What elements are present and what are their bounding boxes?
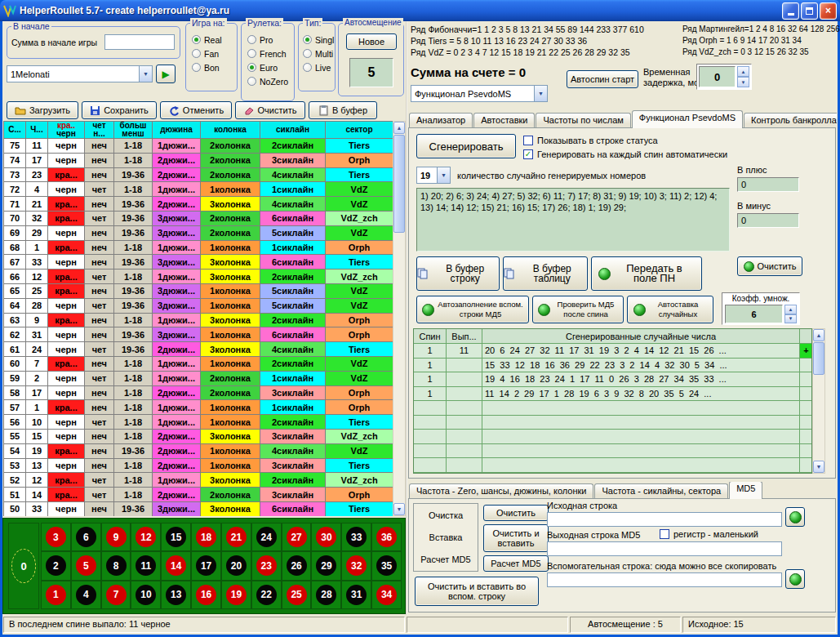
radio-euro[interactable]: Euro bbox=[247, 60, 292, 74]
gen-row[interactable]: 115 33 12 18 16 36 29 22 23 3 2 14 4 32 … bbox=[414, 359, 811, 373]
board-cell-14[interactable]: 14 bbox=[161, 551, 191, 580]
tab-bankroll[interactable]: Контроль банкролла bbox=[744, 113, 837, 128]
history-row[interactable]: 5515черннеч1-182дюжи...3колонка3сиклайнV… bbox=[4, 430, 393, 444]
board-cell-2[interactable]: 2 bbox=[41, 551, 71, 580]
gen-row[interactable]: 119 4 16 18 23 24 1 17 11 0 26 3 28 27 3… bbox=[414, 372, 811, 387]
checkbox-show-in-status[interactable]: Показывать в строке статуса bbox=[523, 136, 658, 145]
board-cell-25[interactable]: 25 bbox=[282, 581, 312, 609]
board-cell-29[interactable]: 29 bbox=[311, 551, 341, 580]
board-cell-10[interactable]: 10 bbox=[131, 581, 161, 609]
checkbox-icon[interactable] bbox=[523, 136, 533, 145]
history-row[interactable]: 681кра...неч1-181дюжи...1колонка1сиклайн… bbox=[4, 241, 393, 256]
tab-freq-sixline[interactable]: Частота - сиклайны, сектора bbox=[594, 483, 728, 499]
scrollbar-thumb[interactable] bbox=[813, 342, 824, 375]
clear-generated-button[interactable]: Очистить bbox=[737, 256, 802, 276]
buffer-row-button[interactable]: В буфер строку bbox=[416, 256, 500, 291]
board-cell-12[interactable]: 12 bbox=[131, 523, 161, 551]
new-autoshift-button[interactable]: Новое bbox=[346, 33, 397, 50]
generated-numbers-textarea[interactable]: 1) 20; 2) 6; 3) 24; 4) 27; 5) 32; 6) 11;… bbox=[416, 188, 730, 252]
checkbox-icon[interactable] bbox=[523, 149, 533, 159]
history-row[interactable]: 6124чернчет19-362дюжи...3колонка4сиклайн… bbox=[4, 342, 393, 357]
board-cell-34[interactable]: 34 bbox=[371, 581, 402, 609]
history-scrollbar[interactable]: ▲ ▼ bbox=[393, 121, 406, 516]
gen-row[interactable] bbox=[414, 458, 811, 473]
delay-spinner[interactable]: 0 ▲▼ bbox=[696, 64, 752, 90]
spin-up-icon[interactable]: ▲ bbox=[737, 66, 749, 77]
gen-row[interactable] bbox=[414, 416, 811, 430]
board-cell-0[interactable]: 0 bbox=[8, 523, 39, 609]
board-cell-21[interactable]: 21 bbox=[221, 523, 251, 551]
radio-french[interactable]: French bbox=[247, 47, 292, 60]
generated-table-scrollbar[interactable]: ▲ ▼ bbox=[812, 328, 825, 474]
gen-row[interactable]: 11120 6 24 27 32 11 17 31 19 3 2 4 14 12… bbox=[414, 344, 811, 359]
board-cell-17[interactable]: 17 bbox=[191, 551, 221, 580]
tab-freq-basic[interactable]: Частота - Zero, шансы, дюжины, колонки bbox=[409, 483, 593, 499]
to-buffer-button[interactable]: В буфер bbox=[309, 101, 377, 119]
send-to-pn-button[interactable]: Передать в поле ПН bbox=[591, 256, 702, 291]
radio-pro[interactable]: Pro bbox=[247, 33, 292, 47]
checkbox-generate-each-spin[interactable]: Генерировать на каждый спин автоматическ… bbox=[523, 149, 727, 159]
gen-row[interactable]: 111 14 2 29 17 1 28 19 6 3 9 32 8 20 35 … bbox=[414, 387, 811, 402]
close-button[interactable]: × bbox=[820, 2, 837, 20]
board-cell-36[interactable]: 36 bbox=[371, 523, 402, 551]
board-cell-1[interactable]: 1 bbox=[41, 581, 71, 609]
board-cell-20[interactable]: 20 bbox=[221, 551, 251, 580]
count-combo[interactable]: 19 ▼ bbox=[416, 167, 451, 184]
chevron-down-icon[interactable]: ▼ bbox=[437, 167, 450, 183]
board-cell-32[interactable]: 32 bbox=[341, 551, 371, 580]
radio-live[interactable]: Live bbox=[303, 60, 334, 74]
board-cell-11[interactable]: 11 bbox=[131, 551, 161, 580]
check-md5-button[interactable]: Проверить МД5 после спина bbox=[532, 296, 624, 323]
history-row[interactable]: 6428чернчет19-363дюжи...1колонка5сиклайн… bbox=[4, 299, 393, 314]
tab-md5[interactable]: MD5 bbox=[729, 482, 762, 499]
board-cell-7[interactable]: 7 bbox=[101, 581, 131, 609]
board-cell-35[interactable]: 35 bbox=[371, 551, 402, 580]
checkbox-register-lowercase[interactable]: регистр - маленький bbox=[660, 529, 758, 539]
autospin-start-button[interactable]: Автоспин старт bbox=[567, 70, 638, 88]
board-cell-5[interactable]: 5 bbox=[71, 551, 101, 580]
history-row[interactable]: 6525кра...неч19-363дюжи...1колонка5сикла… bbox=[4, 284, 393, 299]
preset-combo[interactable]: 1Melonati ▼ bbox=[7, 65, 153, 82]
board-cell-28[interactable]: 28 bbox=[311, 581, 341, 609]
board-cell-8[interactable]: 8 bbox=[101, 551, 131, 580]
md5-aux-input[interactable] bbox=[547, 572, 782, 587]
mode-combo[interactable]: Функционал PsevdoMS ▼ bbox=[411, 85, 548, 102]
spin-down-icon[interactable]: ▼ bbox=[737, 77, 749, 87]
scroll-up-icon[interactable]: ▲ bbox=[813, 329, 824, 341]
history-row[interactable]: 7511черннеч1-181дюжи...2колонка2сиклайнT… bbox=[4, 139, 393, 154]
radio-bon[interactable]: Bon bbox=[192, 60, 235, 74]
history-row[interactable]: 592чернчет1-181дюжи...2колонка1сиклайнVd… bbox=[4, 372, 393, 386]
radio-nozero[interactable]: NoZero bbox=[247, 74, 292, 88]
autofill-md5-button[interactable]: Автозаполнение вспом. строки МД5 bbox=[416, 296, 529, 323]
gen-row[interactable] bbox=[414, 444, 811, 459]
board-cell-16[interactable]: 16 bbox=[191, 581, 221, 609]
board-cell-3[interactable]: 3 bbox=[41, 523, 71, 551]
board-cell-23[interactable]: 23 bbox=[251, 551, 282, 580]
gen-row[interactable] bbox=[414, 430, 811, 444]
board-cell-30[interactable]: 30 bbox=[311, 523, 341, 551]
history-row[interactable]: 607кра...неч1-181дюжи...1колонка2сиклайн… bbox=[4, 357, 393, 372]
history-row[interactable]: 5212кра...чет1-181дюжи...3колонка2сиклай… bbox=[4, 473, 393, 488]
history-row[interactable]: 6929черннеч19-363дюжи...2колонка5сиклайн… bbox=[4, 226, 393, 241]
history-row[interactable]: 5419кра...неч19-362дюжи...1колонка4сикла… bbox=[4, 444, 393, 459]
maximize-button[interactable] bbox=[801, 2, 818, 20]
spin-down-icon[interactable]: ▼ bbox=[784, 314, 797, 324]
scrollbar-thumb[interactable] bbox=[393, 135, 405, 233]
history-row[interactable]: 639кра...неч1-181дюжи...3колонка2сиклайн… bbox=[4, 314, 393, 328]
history-row[interactable]: 7032кра...чет19-363дюжи...2колонка6сикла… bbox=[4, 212, 393, 226]
radio-real[interactable]: Real bbox=[192, 33, 235, 47]
radio-multi[interactable]: Multi bbox=[303, 47, 334, 60]
md5-calc-button[interactable]: Расчет MD5 bbox=[483, 555, 549, 572]
save-button[interactable]: Сохранить bbox=[82, 101, 157, 119]
history-row[interactable]: 7121кра...неч19-362дюжи...3колонка4сикла… bbox=[4, 197, 393, 212]
md5-clear-paste-button[interactable]: Очистить и вставить bbox=[483, 524, 549, 552]
autobet-random-button[interactable]: Автоставка случайных bbox=[627, 296, 713, 323]
board-cell-13[interactable]: 13 bbox=[161, 581, 191, 609]
history-row[interactable]: 724чернчет1-181дюжи...1колонка1сиклайнVd… bbox=[4, 182, 393, 197]
tab-pseudoms[interactable]: Функционал PsevdoMS bbox=[632, 110, 743, 128]
history-row[interactable]: 5033черннеч19-363дюжи...3колонка6сиклайн… bbox=[4, 502, 393, 516]
load-button[interactable]: Загрузить bbox=[7, 101, 78, 119]
start-sum-input[interactable] bbox=[104, 34, 175, 50]
history-row[interactable]: 571кра...неч1-181дюжи...1колонка1сиклайн… bbox=[4, 400, 393, 415]
scroll-down-icon[interactable]: ▼ bbox=[393, 503, 405, 515]
